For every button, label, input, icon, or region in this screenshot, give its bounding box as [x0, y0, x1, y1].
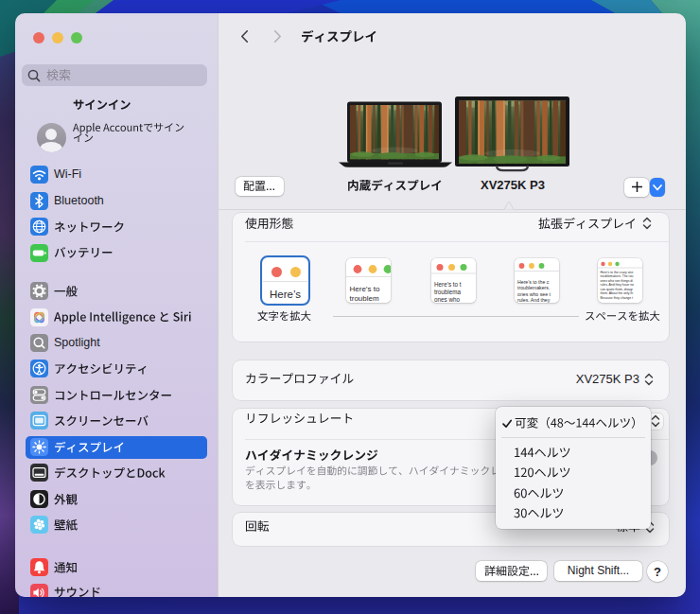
svg-text:ones who see t: ones who see t [517, 291, 551, 297]
svg-text:them. About the only th: them. About the only th [601, 291, 634, 295]
svg-text:rules. And they: rules. And they [517, 297, 551, 303]
svg-text:Here’s to the crazy one: Here’s to the crazy one [601, 271, 634, 274]
svg-text:troublema: troublema [434, 289, 461, 295]
svg-text:rules. And they have no: rules. And they have no [601, 283, 635, 287]
svg-text:ones who: ones who [434, 296, 460, 303]
svg-text:can quote them, disagr: can quote them, disagr [601, 288, 634, 291]
svg-text:Here’s to the c: Here’s to the c [517, 279, 550, 285]
svg-text:troublem: troublem [349, 294, 378, 303]
svg-text:ones who see things di: ones who see things di [601, 279, 634, 283]
svg-text:Here’s to t: Here’s to t [434, 281, 462, 288]
svg-text:Here’s: Here’s [270, 289, 301, 300]
svg-text:troublemakers. The rou: troublemakers. The rou [601, 274, 634, 278]
svg-text:Here’s to: Here’s to [349, 285, 379, 293]
svg-text:Because they change t: Because they change t [601, 296, 634, 300]
svg-text:troublemakers.: troublemakers. [517, 285, 550, 290]
